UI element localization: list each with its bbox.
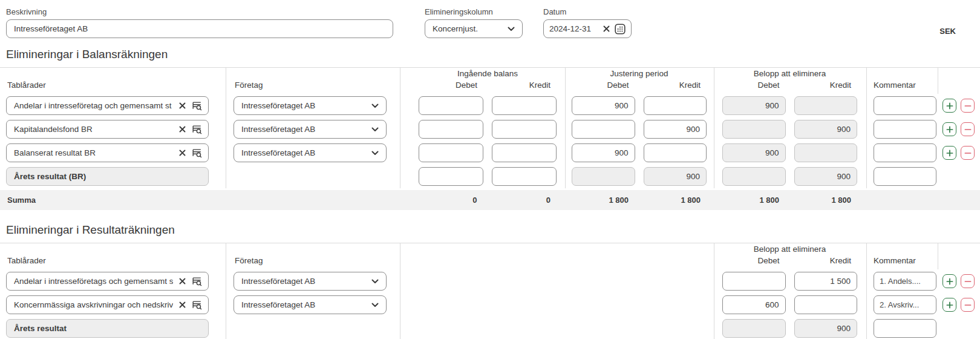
jp-kredit-input[interactable]	[644, 143, 707, 162]
kommentar-input[interactable]	[874, 272, 936, 291]
tablarad-picker[interactable]: Andelar i intresseföretags och gemensamt…	[6, 272, 209, 291]
add-row-button[interactable]	[942, 274, 956, 288]
foretag-select[interactable]: Intresseföretaget AB	[234, 120, 387, 139]
tablarad-locked: Årets resultat (BR)	[6, 167, 209, 186]
clear-icon[interactable]	[179, 102, 186, 109]
elimineringskolumn-select[interactable]: Koncernjust.	[425, 19, 523, 38]
table-search-icon[interactable]	[192, 300, 202, 310]
cell-actions	[938, 141, 980, 165]
cell-foretag	[226, 165, 400, 188]
column-header-tablarader: Tablårader	[7, 256, 46, 265]
add-row-button[interactable]	[942, 146, 956, 160]
remove-row-button[interactable]	[961, 122, 975, 136]
add-row-button[interactable]	[942, 122, 956, 136]
foretag-select[interactable]: Intresseföretaget AB	[234, 272, 387, 291]
beskrivning-input[interactable]	[6, 19, 393, 38]
summa-jp-debet: 1 800	[571, 196, 635, 205]
jp-kredit-input[interactable]	[644, 96, 707, 115]
ib-debet-input[interactable]	[419, 120, 483, 139]
add-row-button[interactable]	[942, 298, 956, 312]
column-header-kommentar: Kommentar	[874, 256, 916, 265]
foretag-value: Intresseföretaget AB	[241, 125, 315, 134]
jp-kredit-input	[644, 167, 707, 186]
be-debet-input[interactable]	[722, 272, 786, 291]
ib-debet-input[interactable]	[419, 96, 483, 115]
kommentar-input[interactable]	[874, 167, 936, 186]
summa-ib: 0 0	[400, 190, 565, 210]
jp-debet-input[interactable]	[572, 96, 635, 115]
kommentar-input[interactable]	[874, 295, 936, 314]
ib-kredit-input[interactable]	[492, 167, 557, 186]
ib-debet-input[interactable]	[419, 143, 483, 162]
ib-kredit-input[interactable]	[492, 143, 557, 162]
column-header-foretag: Företag	[235, 256, 263, 265]
tablarad-picker[interactable]: Andelar i intresseföretag och gemensamt …	[6, 96, 209, 115]
be-kredit-input[interactable]	[794, 295, 858, 314]
foretag-value: Intresseföretaget AB	[241, 101, 315, 110]
be-debet-input	[722, 96, 786, 115]
jp-debet-input[interactable]	[572, 143, 635, 162]
cell-tablarad: Kapitalandelsfond BR	[0, 117, 226, 141]
chevron-down-icon	[371, 279, 379, 284]
datum-input[interactable]: 2024-12-31	[543, 19, 632, 38]
add-row-button[interactable]	[942, 99, 956, 113]
kommentar-input[interactable]	[874, 96, 936, 115]
plus-icon	[946, 278, 953, 285]
tablarad-picker[interactable]: Koncernmässiga avskrivningar och nedskri…	[6, 295, 209, 314]
foretag-select[interactable]: Intresseföretaget AB	[234, 96, 387, 115]
cell-actions	[938, 269, 980, 293]
ib-kredit-input[interactable]	[492, 120, 557, 139]
kommentar-input[interactable]	[874, 120, 936, 139]
clear-icon[interactable]	[179, 301, 186, 308]
foretag-select[interactable]: Intresseföretaget AB	[234, 143, 387, 162]
clear-icon[interactable]	[179, 150, 186, 156]
clear-icon[interactable]	[179, 278, 186, 285]
cell-tablarad: Årets resultat	[0, 317, 226, 339]
clear-icon[interactable]	[603, 25, 610, 32]
calendar-icon[interactable]	[615, 24, 626, 35]
summa-jp: 1 800 1 800	[565, 190, 714, 210]
group-header-justering-period: Justering period Debet Kredit	[565, 67, 714, 94]
remove-row-button[interactable]	[961, 99, 975, 113]
jp-kredit-input[interactable]	[644, 120, 707, 139]
table-row: Balanserat resultat BR Intresseföretaget…	[0, 141, 980, 165]
summa-be: 1 800 1 800	[714, 190, 866, 210]
ib-kredit-input[interactable]	[492, 96, 557, 115]
minus-icon	[964, 150, 972, 157]
remove-row-button[interactable]	[961, 298, 975, 312]
cell-ingaende-balans	[400, 94, 565, 117]
cell-tablarad: Årets resultat (BR)	[0, 165, 226, 188]
cell-justering-period	[565, 94, 714, 117]
cell-justering-period	[565, 117, 714, 141]
table-search-icon[interactable]	[192, 101, 202, 111]
remove-row-button[interactable]	[961, 274, 975, 288]
be-kredit-input	[794, 120, 858, 139]
remove-row-button[interactable]	[961, 146, 975, 160]
jp-debet-input[interactable]	[572, 120, 635, 139]
clear-icon[interactable]	[179, 126, 186, 133]
datum-value: 2024-12-31	[549, 24, 598, 33]
table-search-icon[interactable]	[192, 277, 202, 286]
table-search-icon[interactable]	[192, 125, 202, 134]
table-row: Kapitalandelsfond BR Intresseföretaget A…	[0, 117, 980, 141]
kommentar-input[interactable]	[874, 319, 936, 338]
cell-tablarad: Koncernmässiga avskrivningar och nedskri…	[0, 293, 226, 317]
tablarad-picker[interactable]: Kapitalandelsfond BR	[6, 120, 209, 139]
tablarad-picker[interactable]: Balanserat resultat BR	[6, 143, 209, 162]
actions-header	[938, 243, 980, 269]
plus-icon	[946, 150, 953, 157]
be-kredit-input	[794, 96, 858, 115]
cell-ingaende-balans	[400, 141, 565, 165]
kommentar-input[interactable]	[874, 143, 936, 162]
foretag-select[interactable]: Intresseföretaget AB	[234, 295, 387, 314]
currency-label: SEK	[939, 27, 956, 36]
be-kredit-input[interactable]	[794, 272, 858, 291]
ib-debet-input[interactable]	[419, 167, 483, 186]
tablarad-value: Balanserat resultat BR	[14, 148, 173, 157]
cell-belopp-att-eliminera	[714, 293, 866, 317]
be-debet-input[interactable]	[722, 295, 786, 314]
be-kredit-input	[794, 319, 858, 338]
table-search-icon[interactable]	[192, 148, 202, 158]
elimineringskolumn-label: Elimineringskolumn	[425, 7, 523, 16]
minus-icon	[964, 126, 972, 133]
